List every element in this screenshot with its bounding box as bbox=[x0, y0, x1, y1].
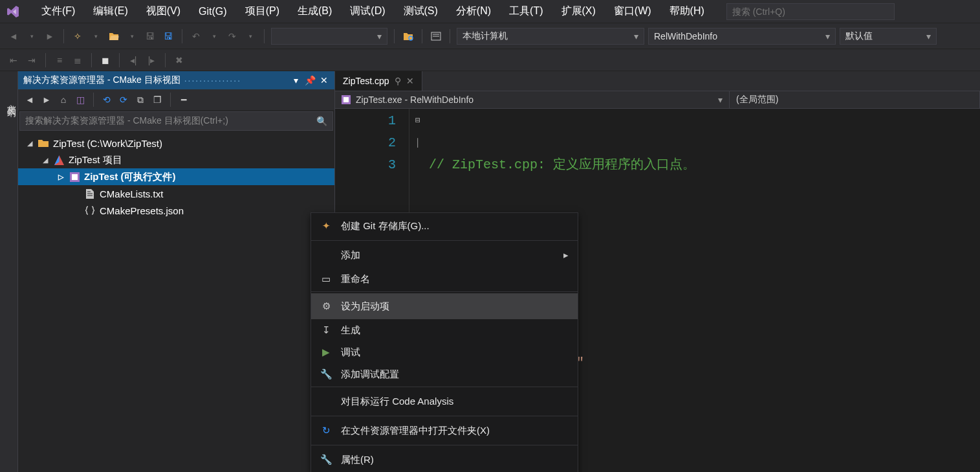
ctx-add[interactable]: 添加 ▸ bbox=[311, 242, 578, 268]
tree-project[interactable]: ◢ ZipTest 项目 bbox=[18, 152, 334, 168]
chevron-down-icon[interactable]: ▾ bbox=[207, 28, 221, 44]
tree-presets[interactable]: CMakePresets.json bbox=[18, 202, 334, 219]
menu-debug[interactable]: 调试(D) bbox=[341, 1, 394, 22]
rename-icon: ▭ bbox=[320, 273, 332, 285]
outdent-icon[interactable]: ⇤ bbox=[6, 52, 21, 68]
ctx-open-in-explorer[interactable]: ↻ 在文件资源管理器中打开文件夹(X) bbox=[311, 418, 578, 444]
menu-view[interactable]: 视图(V) bbox=[137, 1, 190, 22]
save-all-icon[interactable]: 🖫 bbox=[161, 28, 175, 44]
switch-views-icon[interactable]: ◫ bbox=[74, 93, 87, 106]
menu-test[interactable]: 测试(S) bbox=[395, 1, 447, 22]
nav-back-icon[interactable]: ◄ bbox=[23, 93, 36, 106]
separator bbox=[311, 291, 578, 292]
pin-icon[interactable]: 📌 bbox=[305, 75, 315, 85]
expander-open-icon[interactable]: ◢ bbox=[41, 156, 49, 164]
tree-cmakelists[interactable]: CMakeLists.txt bbox=[18, 185, 334, 202]
tree-cmakelists-label: CMakeLists.txt bbox=[100, 188, 163, 199]
expander-closed-icon[interactable]: ▷ bbox=[57, 173, 65, 181]
menu-ext[interactable]: 扩展(X) bbox=[552, 1, 605, 22]
tree-root[interactable]: ◢ ZipTest (C:\Work\ZipTest) bbox=[18, 135, 334, 152]
collapse-all-icon[interactable]: ⧉ bbox=[134, 93, 147, 106]
undo-icon[interactable]: ↶ bbox=[189, 28, 203, 44]
separator bbox=[170, 93, 171, 107]
chevron-down-icon[interactable]: ▾ bbox=[290, 75, 301, 85]
redo-icon[interactable]: ↷ bbox=[225, 28, 239, 44]
empty-combo[interactable]: ▾ bbox=[271, 28, 387, 45]
menu-file[interactable]: 文件(F) bbox=[32, 1, 84, 22]
ctx-properties[interactable]: 🔧 属性(R) bbox=[311, 447, 578, 472]
indent-icon[interactable]: ⇥ bbox=[25, 52, 39, 68]
chevron-down-icon: ▾ bbox=[634, 31, 638, 41]
menu-build[interactable]: 生成(B) bbox=[289, 1, 341, 22]
fold-collapse-icon[interactable]: ⊟ bbox=[409, 110, 426, 132]
debug-target-value: 本地计算机 bbox=[463, 30, 508, 42]
configuration-combo[interactable]: RelWithDebInfo ▾ bbox=[648, 28, 836, 45]
preview-icon[interactable] bbox=[429, 28, 443, 44]
show-all-files-icon[interactable]: ❐ bbox=[151, 93, 164, 106]
nav-target-combo[interactable]: ZipTest.exe - RelWithDebInfo ▾ bbox=[335, 91, 730, 108]
open-folder-icon[interactable] bbox=[107, 28, 121, 44]
solution-explorer-panel: 解决方案资源管理器 - CMake 目标视图 ∙∙∙∙∙∙∙∙∙∙∙∙∙∙∙ ▾… bbox=[18, 71, 335, 472]
menu-project[interactable]: 项目(P) bbox=[236, 1, 289, 22]
solution-explorer-titlebar[interactable]: 解决方案资源管理器 - CMake 目标视图 ∙∙∙∙∙∙∙∙∙∙∙∙∙∙∙ ▾… bbox=[18, 71, 334, 89]
global-search-input[interactable] bbox=[726, 3, 895, 20]
uncomment-icon[interactable]: ≣ bbox=[71, 52, 85, 68]
close-icon[interactable]: ✕ bbox=[319, 75, 329, 85]
menu-edit[interactable]: 编辑(E) bbox=[84, 1, 136, 22]
nav-scope-combo[interactable]: (全局范围) bbox=[730, 91, 980, 108]
expander-open-icon[interactable]: ◢ bbox=[26, 139, 34, 148]
ctx-set-startup[interactable]: ⚙ 设为启动项 bbox=[311, 293, 578, 319]
chevron-down-icon[interactable]: ▾ bbox=[125, 28, 139, 44]
clear-bookmarks-icon[interactable]: ✖ bbox=[172, 52, 186, 68]
ctx-create-git-repo[interactable]: ✦ 创建 Git 存储库(G)... bbox=[311, 213, 578, 239]
ctx-build[interactable]: ↧ 生成 bbox=[311, 319, 578, 341]
document-outline-tab[interactable]: 文档大纲 bbox=[0, 71, 18, 472]
separator bbox=[264, 29, 265, 43]
file-icon bbox=[84, 189, 96, 199]
play-icon: ▶ bbox=[320, 346, 332, 358]
solexp-search[interactable]: 搜索解决方案资源管理器 - CMake 目标视图(Ctrl+;) 🔍 bbox=[19, 111, 333, 131]
debug-target-combo[interactable]: 本地计算机 ▾ bbox=[457, 28, 644, 45]
ctx-rename[interactable]: ▭ 重命名 bbox=[311, 268, 578, 290]
sync-icon[interactable]: ⟳ bbox=[117, 93, 130, 106]
next-bookmark-icon[interactable]: |▸ bbox=[144, 52, 158, 68]
separator bbox=[119, 53, 120, 67]
bookmark-icon[interactable]: ◼ bbox=[98, 52, 113, 68]
wrench-icon: 🔧 bbox=[320, 454, 332, 466]
chevron-down-icon[interactable]: ▾ bbox=[89, 28, 103, 44]
wrench-icon: 🔧 bbox=[320, 368, 332, 380]
menu-window[interactable]: 窗口(W) bbox=[605, 1, 660, 22]
menu-tools[interactable]: 工具(T) bbox=[500, 1, 552, 22]
separator bbox=[63, 29, 64, 43]
defaults-combo[interactable]: 默认值 ▾ bbox=[840, 28, 937, 45]
tree-presets-label: CMakePresets.json bbox=[100, 205, 184, 216]
nav-target-label: ZipTest.exe - RelWithDebInfo bbox=[356, 95, 474, 105]
ctx-add-debug-config[interactable]: 🔧 添加调试配置 bbox=[311, 363, 578, 385]
comment-icon[interactable]: ≡ bbox=[52, 52, 67, 68]
ctx-debug[interactable]: ▶ 调试 bbox=[311, 341, 578, 363]
separator bbox=[450, 29, 450, 43]
new-file-icon[interactable]: ✧ bbox=[71, 28, 85, 44]
pin-icon[interactable]: ⚲ bbox=[395, 76, 401, 86]
tree-executable[interactable]: ▷ ZipTest (可执行文件) bbox=[18, 168, 334, 185]
menu-git[interactable]: Git(G) bbox=[190, 2, 236, 21]
refresh-icon[interactable]: ⟲ bbox=[100, 93, 113, 106]
save-icon[interactable]: 🖫 bbox=[143, 28, 157, 44]
chevron-down-icon[interactable]: ▾ bbox=[25, 28, 39, 44]
build-icon: ↧ bbox=[320, 324, 332, 336]
prev-bookmark-icon[interactable]: ◂| bbox=[126, 52, 140, 68]
editor-tab-ziptest[interactable]: ZipTest.cpp ⚲ ✕ bbox=[335, 71, 422, 91]
panel-title-dots: ∙∙∙∙∙∙∙∙∙∙∙∙∙∙∙ bbox=[184, 75, 287, 85]
nav-fwd-icon[interactable]: ► bbox=[40, 93, 53, 106]
ctx-code-analysis[interactable]: 对目标运行 Code Analysis bbox=[311, 388, 578, 414]
properties-icon[interactable]: ━ bbox=[177, 93, 190, 106]
menu-analyze[interactable]: 分析(N) bbox=[447, 1, 500, 22]
home-icon[interactable]: ⌂ bbox=[57, 93, 70, 106]
menu-help[interactable]: 帮助(H) bbox=[660, 1, 713, 22]
nav-back-icon[interactable]: ◄ bbox=[6, 28, 21, 44]
chevron-down-icon[interactable]: ▾ bbox=[243, 28, 257, 44]
folder-search-icon[interactable] bbox=[401, 28, 415, 44]
close-icon[interactable]: ✕ bbox=[406, 76, 414, 86]
nav-fwd-icon[interactable]: ► bbox=[43, 28, 57, 44]
panel-title-label: 解决方案资源管理器 - CMake 目标视图 bbox=[23, 74, 180, 86]
